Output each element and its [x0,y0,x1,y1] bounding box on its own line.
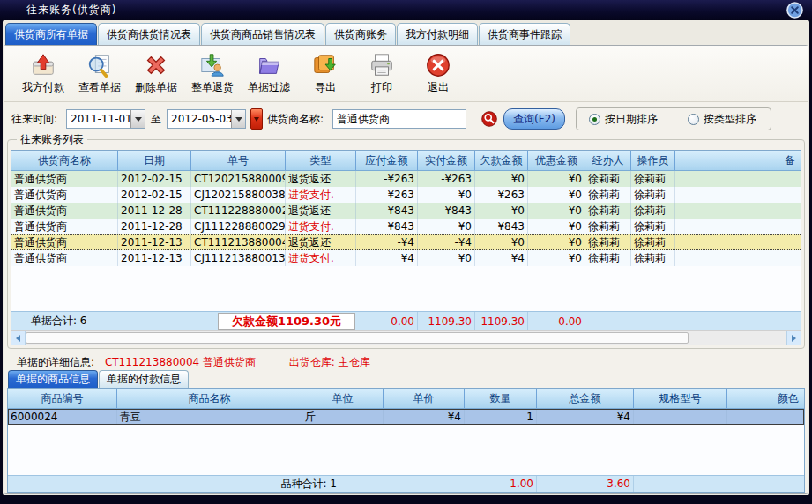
detail-label: 单据的详细信息: [17,356,94,368]
column-header-code[interactable]: 商品编号 [8,389,117,408]
toolbar-button-label: 单据过滤 [248,80,290,95]
cell-supplier: 普通供货商 [11,235,118,249]
view-doc-button[interactable]: 查看单据 [71,49,128,99]
scroll-right-icon[interactable] [786,331,801,345]
column-header-payable[interactable]: 应付金额 [356,151,418,170]
scrollbar-thumb[interactable] [26,332,689,344]
supplier-picker-button[interactable] [250,108,263,130]
cell-discount: ¥0 [528,203,585,219]
cell-type: 进货支付. [286,250,356,266]
column-header-price[interactable]: 单价 [384,389,465,408]
column-header-unit[interactable]: 单位 [302,389,384,408]
print-button[interactable]: 打印 [354,49,410,99]
toolbar-button-label: 导出 [315,80,336,95]
doc-row-4[interactable]: 普通供货商2011-12-13CT111213880004退货返还-¥4-¥4¥… [11,234,801,250]
tab-supplier-supply-report[interactable]: 供货商供货情况表 [98,23,200,45]
chevron-down-icon[interactable] [130,110,145,128]
variety-total-label: 品种合计: 1 [160,476,337,492]
owed-total-box: 欠款金额1109.30元 [218,313,355,330]
cell-doc_no: CT111213880004 [191,235,286,249]
doc-row-2[interactable]: 普通供货商2011-12-28CT111228880002退货返还-¥843-¥… [11,203,801,219]
column-header-name[interactable]: 商品名称 [117,389,302,408]
date-to-combo[interactable]: 2012-05-03 [167,109,246,129]
scroll-left-icon[interactable] [11,331,26,345]
tab-supplier-product-sales-report[interactable]: 供货商商品销售情况表 [201,23,324,45]
query-button[interactable]: 查询(F2) [503,108,565,130]
tab-supplier-event-tracking[interactable]: 供货商事件跟踪 [479,23,570,45]
supplier-name-input[interactable] [332,109,466,129]
column-header-operator[interactable]: 操作员 [631,151,675,170]
column-header-owed[interactable]: 欠款金额 [475,151,528,170]
sort-option-by-date[interactable]: 按日期排序 [589,112,658,127]
doc-row-1[interactable]: 普通供货商2012-02-15CJ120215880038进货支付.¥263¥0… [11,187,801,203]
cell-handler: 徐莉莉 [585,219,631,234]
cell-discount: ¥0 [528,187,585,203]
column-header-type[interactable]: 类型 [286,151,356,170]
cell-type: 进货支付. [286,219,356,234]
column-header-color[interactable]: 颜色 [727,389,804,408]
sort-option-by-type[interactable]: 按类型排序 [688,112,756,127]
return-order-button[interactable]: 整单退货 [184,49,241,99]
cell-supplier: 普通供货商 [11,219,118,234]
cell-paid: ¥0 [418,187,475,203]
tab-supplier-accounts[interactable]: 供货商账务 [325,23,396,45]
exit-icon [425,52,451,78]
cell-doc_no: CT111228880002 [191,203,286,219]
column-header-qty[interactable]: 数量 [465,389,537,408]
chevron-down-icon[interactable] [231,110,245,128]
toolbar-button-label: 整单退货 [191,80,234,95]
close-icon[interactable] [786,1,804,19]
toolbar-button-label: 删除单据 [135,80,177,95]
column-header-handler[interactable]: 经办人 [585,151,631,170]
cell-payable: -¥263 [356,171,418,187]
cell-date: 2011-12-13 [118,250,191,266]
horizontal-scrollbar[interactable] [11,330,801,345]
cell-operator: 徐莉莉 [631,235,675,249]
exit-button[interactable]: 退出 [410,49,466,99]
column-header-supplier[interactable]: 供货商名称 [11,151,118,170]
cell-payable: ¥263 [356,187,418,203]
cell-unit: 斤 [302,409,384,425]
column-header-total[interactable]: 总金额 [537,389,634,408]
cell-paid: -¥4 [418,235,475,249]
subtab-doc-product-info[interactable]: 单据的商品信息 [8,370,98,388]
cell-operator: 徐莉莉 [631,203,675,219]
app-window: { "window": { "title": "往来账务(供货商)" }, "t… [0,0,812,504]
column-header-discount[interactable]: 优惠金额 [528,151,585,170]
doc-count-total: 单据合计: 6 [31,312,87,330]
our-payment-icon [30,52,56,78]
column-header-doc_no[interactable]: 单号 [191,151,286,170]
accounts-grid-header: 供货商名称日期单号类型应付金额实付金额欠款金额优惠金额经办人操作员备 [11,151,801,171]
tab-our-payment-detail[interactable]: 我方付款明细 [397,23,478,45]
subtab-doc-payment-info[interactable]: 单据的付款信息 [99,370,189,388]
discount-total: 0.00 [528,312,585,330]
export-button[interactable]: 导出 [297,49,354,99]
cell-handler: 徐莉莉 [585,171,631,187]
sort-options-group: 按日期排序按类型排序 [576,107,771,130]
cell-total: ¥4 [537,409,634,425]
doc-row-0[interactable]: 普通供货商2012-02-15CT120215880009退货返还-¥263-¥… [11,171,801,187]
doc-row-3[interactable]: 普通供货商2011-12-28CJ111228880029进货支付.¥843¥0… [11,219,801,234]
cell-handler: 徐莉莉 [585,235,631,249]
product-row-0[interactable]: 6000024青豆斤¥41¥4 [8,409,804,425]
toolbar-button-label: 查看单据 [78,80,121,95]
cell-note [675,250,801,266]
date-from-combo[interactable]: 2011-11-01 [66,109,145,129]
doc-row-5[interactable]: 普通供货商2011-12-13CJ111213880013进货支付.¥4¥0¥4… [11,250,801,266]
column-header-note[interactable]: 备 [675,151,801,170]
search-icon[interactable] [480,110,498,128]
column-header-date[interactable]: 日期 [118,151,191,170]
tab-supplier-all-docs[interactable]: 供货商所有单据 [5,23,97,45]
owed-total: 1109.30 [475,312,528,330]
qty-total: 1.00 [465,476,537,492]
column-header-spec[interactable]: 规格型号 [634,389,727,408]
cell-operator: 徐莉莉 [631,171,675,187]
cell-payable: -¥843 [356,203,418,219]
cell-type: 退货返还 [286,235,356,249]
column-header-paid[interactable]: 实付金额 [418,151,475,170]
our-payment-button[interactable]: 我方付款 [15,49,71,99]
cell-date: 2011-12-28 [118,203,191,219]
filter-doc-button[interactable]: 单据过滤 [241,49,297,99]
delete-doc-button[interactable]: 删除单据 [128,49,184,99]
detail-subtabs: 单据的商品信息单据的付款信息 [8,370,190,388]
